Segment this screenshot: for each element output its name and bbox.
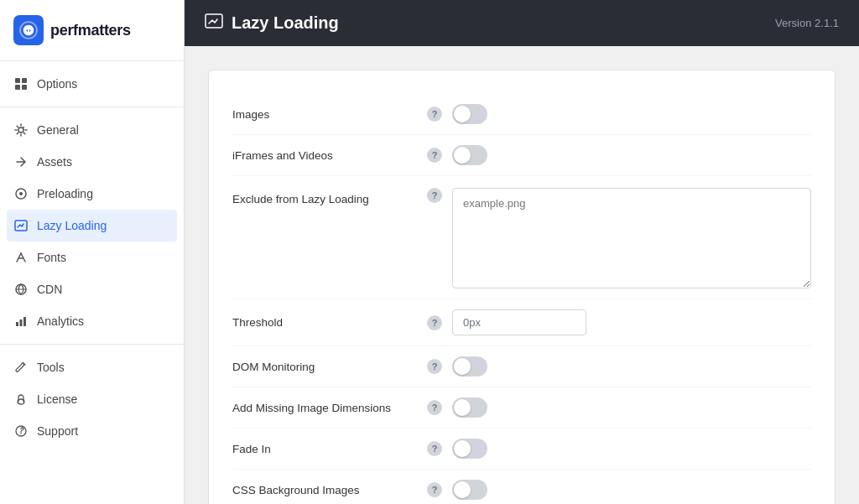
- main-content-area: Lazy Loading Version 2.1.1 Images ? iFra…: [185, 0, 859, 504]
- svg-rect-4: [22, 85, 27, 90]
- sidebar-item-license-label: License: [37, 392, 77, 406]
- dom-monitoring-toggle[interactable]: [452, 356, 487, 377]
- assets-icon: [13, 154, 29, 169]
- fonts-icon: [13, 250, 29, 265]
- svg-rect-3: [15, 85, 20, 90]
- settings-card: Images ? iFrames and Videos ? Exclude fr…: [208, 70, 836, 504]
- version-text: Version 2.1.1: [775, 17, 839, 29]
- svg-rect-12: [23, 317, 26, 326]
- general-icon: [13, 122, 29, 138]
- threshold-label: Threshold: [232, 316, 417, 329]
- add-missing-dims-label: Add Missing Image Dimensions: [232, 402, 417, 414]
- sidebar-item-cdn[interactable]: CDN: [0, 273, 184, 305]
- sidebar-item-analytics[interactable]: Analytics: [0, 305, 184, 337]
- exclude-textarea[interactable]: [452, 188, 811, 288]
- sidebar-item-lazy-loading-label: Lazy Loading: [37, 219, 107, 232]
- sidebar-item-general-label: General: [37, 123, 79, 137]
- logo-container: perfmatters: [0, 0, 184, 61]
- svg-rect-10: [16, 322, 18, 326]
- fade-in-label: Fade In: [232, 443, 417, 455]
- threshold-input[interactable]: [452, 309, 586, 335]
- sidebar: perfmatters Options General Assets: [0, 0, 185, 504]
- logo-icon: [13, 15, 44, 45]
- iframes-help-icon[interactable]: ?: [427, 148, 442, 163]
- dom-monitoring-row: DOM Monitoring ?: [232, 346, 811, 387]
- preloading-icon: [13, 186, 29, 201]
- iframes-row: iFrames and Videos ?: [232, 135, 811, 176]
- images-label: Images: [232, 108, 417, 121]
- svg-rect-1: [15, 78, 20, 83]
- exclude-row: Exclude from Lazy Loading ?: [232, 176, 811, 299]
- fade-in-toggle[interactable]: [452, 439, 487, 459]
- threshold-row: Threshold ?: [232, 299, 811, 346]
- lazy-loading-icon: [13, 218, 29, 233]
- images-toggle[interactable]: [452, 104, 487, 124]
- page-title: Lazy Loading: [232, 13, 339, 33]
- tools-icon: [13, 360, 29, 375]
- nav-separator-1: [0, 107, 184, 107]
- css-bg-images-label: CSS Background Images: [232, 484, 417, 496]
- sidebar-item-general[interactable]: General: [0, 114, 184, 146]
- sidebar-item-preloading-label: Preloading: [37, 187, 93, 200]
- css-bg-images-help-icon[interactable]: ?: [427, 482, 442, 497]
- exclude-label: Exclude from Lazy Loading: [232, 188, 417, 205]
- sidebar-item-preloading[interactable]: Preloading: [0, 178, 184, 210]
- sidebar-item-options-label: Options: [37, 77, 77, 91]
- svg-rect-2: [22, 78, 27, 83]
- sidebar-item-license[interactable]: License: [0, 383, 184, 415]
- sidebar-item-support-label: Support: [37, 424, 78, 438]
- add-missing-dims-help-icon[interactable]: ?: [427, 400, 442, 415]
- license-icon: [13, 392, 29, 407]
- css-bg-images-row: CSS Background Images ?: [232, 470, 811, 504]
- images-help-icon[interactable]: ?: [427, 107, 442, 122]
- settings-area: Images ? iFrames and Videos ? Exclude fr…: [185, 46, 859, 504]
- css-bg-images-toggle[interactable]: [452, 480, 487, 500]
- iframes-label: iFrames and Videos: [232, 149, 417, 162]
- sidebar-item-support[interactable]: Support: [0, 415, 184, 447]
- sidebar-item-tools[interactable]: Tools: [0, 351, 184, 383]
- sidebar-item-tools-label: Tools: [37, 361, 65, 374]
- dom-monitoring-help-icon[interactable]: ?: [427, 359, 442, 374]
- lazy-loading-header-icon: [205, 12, 223, 34]
- svg-rect-11: [20, 320, 23, 326]
- cdn-icon: [13, 282, 29, 297]
- analytics-icon: [13, 314, 29, 329]
- logo-text: perfmatters: [50, 22, 131, 39]
- sidebar-item-cdn-label: CDN: [37, 283, 62, 296]
- exclude-help-icon[interactable]: ?: [427, 188, 442, 203]
- support-icon: [13, 423, 29, 439]
- options-icon: [13, 76, 29, 91]
- svg-point-7: [19, 192, 23, 195]
- page-title-container: Lazy Loading: [205, 12, 339, 34]
- add-missing-dims-toggle[interactable]: [452, 397, 487, 418]
- sidebar-item-assets-label: Assets: [37, 155, 72, 169]
- sidebar-nav: Options General Assets Preloading: [0, 61, 184, 504]
- nav-separator-2: [0, 344, 184, 345]
- sidebar-item-options[interactable]: Options: [0, 68, 184, 100]
- iframes-toggle[interactable]: [452, 145, 487, 165]
- images-row: Images ?: [232, 94, 811, 135]
- add-missing-dims-row: Add Missing Image Dimensions ?: [232, 387, 811, 429]
- main-header: Lazy Loading Version 2.1.1: [185, 0, 859, 46]
- sidebar-item-assets[interactable]: Assets: [0, 146, 184, 178]
- sidebar-item-lazy-loading[interactable]: Lazy Loading: [7, 210, 177, 242]
- fade-in-help-icon[interactable]: ?: [427, 441, 442, 456]
- sidebar-item-fonts-label: Fonts: [37, 251, 66, 264]
- sidebar-item-fonts[interactable]: Fonts: [0, 242, 184, 273]
- dom-monitoring-label: DOM Monitoring: [232, 361, 417, 373]
- threshold-help-icon[interactable]: ?: [427, 315, 442, 330]
- sidebar-item-analytics-label: Analytics: [37, 314, 84, 328]
- fade-in-row: Fade In ?: [232, 429, 811, 470]
